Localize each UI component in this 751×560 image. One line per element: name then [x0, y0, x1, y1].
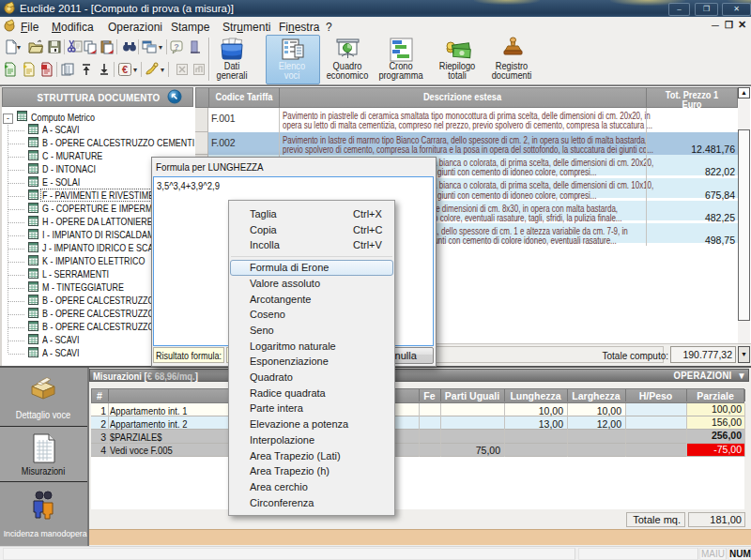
svg-text:?: ?	[174, 42, 179, 52]
svg-text:€: €	[122, 64, 128, 75]
